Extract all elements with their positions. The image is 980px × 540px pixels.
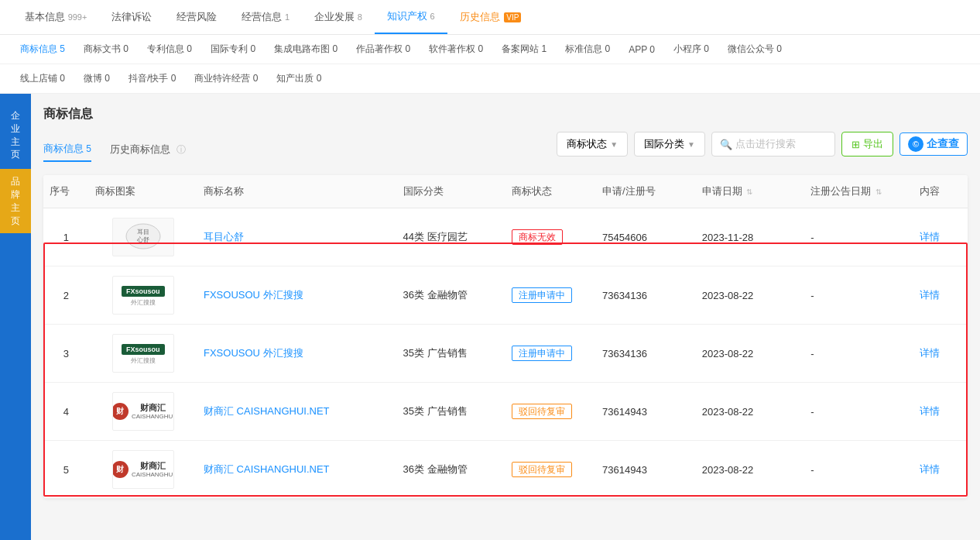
csh-icon: 财	[112, 403, 128, 420]
brand-name-link[interactable]: 耳目心舒	[204, 231, 244, 242]
row-intl-class: 35类 广告销售	[397, 383, 505, 441]
sub-nav-row1: 商标信息 5 商标文书 0 专利信息 0 国际专利 0 集成电路布图 0 作品著…	[0, 35, 980, 64]
sub-tab-trademark[interactable]: 商标信息 5	[12, 40, 73, 59]
row-detail: 详情	[913, 441, 968, 499]
ear-brand-svg: 耳目 心舒	[120, 221, 166, 252]
row-app-date: 2023-08-22	[696, 441, 804, 499]
content-tabs: 商标信息 5 历史商标信息 ⓘ	[43, 136, 204, 162]
top-nav-tab-lsxx[interactable]: 历史信息 VIP	[447, 1, 534, 33]
sub-tab-wechat[interactable]: 微信公众号 0	[720, 40, 790, 59]
svg-text:心舒: 心舒	[136, 236, 149, 243]
top-nav-tab-qyfz[interactable]: 企业发展 8	[302, 1, 375, 33]
sub-tab-intl-patent[interactable]: 国际专利 0	[203, 40, 263, 59]
sub-tab-online-store[interactable]: 线上店铺 0	[12, 69, 73, 88]
top-nav-tabs: 基本信息 999+ 法律诉讼 经营风险 经营信息 1 企业发展 8 知识产权 6…	[0, 0, 980, 35]
row-brand-img: 财 财商汇 CAISHANGHUI	[89, 383, 197, 441]
row-app-date: 2023-08-22	[696, 325, 804, 383]
sub-tab-miniprogram[interactable]: 小程序 0	[666, 40, 717, 59]
row-status: 注册申请中	[505, 267, 596, 325]
detail-link[interactable]: 详情	[920, 289, 940, 301]
top-nav-tab-jbxx[interactable]: 基本信息 999+	[12, 1, 99, 33]
table-body: 1 耳目 心舒	[43, 208, 968, 499]
row-reg-no: 73634136	[596, 267, 696, 325]
brand-name-link[interactable]: FXSOUSOU 外汇搜搜	[204, 347, 303, 359]
sub-tab-software-copyright[interactable]: 软件著作权 0	[421, 40, 491, 59]
row-brand-name: FXSOUSOU 外汇搜搜	[197, 267, 397, 325]
search-icon: 🔍	[720, 139, 732, 150]
row-app-date: 2023-08-22	[696, 267, 804, 325]
sub-tab-trademark-doc[interactable]: 商标文书 0	[76, 40, 136, 59]
tab-badge-jbxx: 999+	[68, 12, 87, 22]
row-reg-no: 75454606	[596, 208, 696, 267]
brand-name-link[interactable]: FXSOUSOU 外汇搜搜	[204, 289, 303, 301]
sub-nav-row2: 线上店铺 0 微博 0 抖音/快手 0 商业特许经营 0 知产出质 0	[0, 64, 980, 94]
table-row: 1 耳目 心舒	[43, 208, 968, 267]
sub-tab-franchise[interactable]: 商业特许经营 0	[187, 69, 266, 88]
sub-tab-copyright[interactable]: 作品著作权 0	[348, 40, 418, 59]
sidebar-item-enterprise[interactable]: 企 业 主 页	[0, 101, 31, 169]
toolbar: 商标状态 ▼ 国际分类 ▼ 🔍 点击进行搜索 ⊞ 导出 © 企查查	[557, 132, 968, 156]
sub-tab-douyin[interactable]: 抖音/快手 0	[121, 69, 183, 88]
detail-link[interactable]: 详情	[920, 347, 940, 359]
content-tab-history[interactable]: 历史商标信息 ⓘ	[110, 136, 186, 161]
sidebar-item-brand[interactable]: 品 牌 主 页	[0, 169, 31, 233]
row-seq: 5	[43, 441, 89, 499]
content-header: 商标信息 5 历史商标信息 ⓘ 商标状态 ▼ 国际分类 ▼ 🔍 点击进	[43, 132, 968, 166]
detail-link[interactable]: 详情	[920, 231, 940, 242]
th-content: 内容	[913, 175, 968, 208]
main-content: 商标信息 商标信息 5 历史商标信息 ⓘ 商标状态 ▼ 国际分类 ▼	[31, 94, 980, 540]
export-btn[interactable]: ⊞ 导出	[841, 132, 893, 156]
row-brand-img: FXsousou 外汇搜搜	[89, 267, 197, 325]
status-filter-btn[interactable]: 商标状态 ▼	[557, 132, 628, 156]
th-status: 商标状态	[505, 175, 596, 208]
table-container: 序号 商标图案 商标名称 国际分类 商标状态 申请/注册号 申请日期 ⇅ 注册公…	[43, 175, 968, 498]
row-seq: 2	[43, 267, 89, 325]
section-title: 商标信息	[43, 106, 968, 122]
info-icon: ⓘ	[176, 144, 186, 155]
row-intl-class: 36类 金融物管	[397, 267, 505, 325]
row-status: 注册申请中	[505, 325, 596, 383]
th-pub-date: 注册公告日期 ⇅	[804, 175, 913, 208]
row-reg-no: 73614943	[596, 383, 696, 441]
row-brand-img: 耳目 心舒	[89, 208, 197, 267]
row-pub-date: -	[804, 267, 913, 325]
qcc-logo-btn[interactable]: © 企查查	[899, 132, 968, 156]
detail-link[interactable]: 详情	[920, 463, 940, 475]
brand-name-link[interactable]: 财商汇 CAISHANGHUI.NET	[204, 463, 330, 475]
row-status: 驳回待复审	[505, 441, 596, 499]
row-seq: 1	[43, 208, 89, 267]
sub-tab-website[interactable]: 备案网站 1	[494, 40, 554, 59]
sub-tab-ip-pledge[interactable]: 知产出质 0	[269, 69, 329, 88]
top-nav-tab-flss[interactable]: 法律诉讼	[99, 1, 164, 33]
table-row: 2 FXsousou 外汇搜搜 FXSOUSOU 外汇搜搜	[43, 267, 968, 325]
svg-text:耳目: 耳目	[137, 229, 149, 236]
csh-icon: 财	[112, 461, 128, 478]
class-filter-btn[interactable]: 国际分类 ▼	[634, 132, 705, 156]
sub-tab-app[interactable]: APP 0	[621, 41, 663, 58]
top-nav-tab-jyfx[interactable]: 经营风险	[164, 1, 229, 33]
row-brand-img: FXsousou 外汇搜搜	[89, 325, 197, 383]
row-pub-date: -	[804, 383, 913, 441]
sub-tab-ic-layout[interactable]: 集成电路布图 0	[266, 40, 345, 59]
search-input[interactable]: 🔍 点击进行搜索	[711, 132, 835, 156]
row-seq: 3	[43, 325, 89, 383]
th-reg-no: 申请/注册号	[596, 175, 696, 208]
row-pub-date: -	[804, 325, 913, 383]
main-layout: 企 业 主 页 品 牌 主 页 商标信息 商标信息 5 历史商标信息 ⓘ	[0, 94, 980, 540]
sub-tab-patent[interactable]: 专利信息 0	[139, 40, 200, 59]
top-nav-tab-jyxx[interactable]: 经营信息 1	[229, 1, 302, 33]
sub-tab-standard[interactable]: 标准信息 0	[557, 40, 618, 59]
th-intl-class: 国际分类	[397, 175, 505, 208]
detail-link[interactable]: 详情	[920, 405, 940, 417]
sub-tab-weibo[interactable]: 微博 0	[76, 69, 118, 88]
top-nav: 基本信息 999+ 法律诉讼 经营风险 经营信息 1 企业发展 8 知识产权 6…	[0, 0, 980, 94]
table-row: 5 财 财商汇 CAISHANGHUI	[43, 441, 968, 499]
brand-name-link[interactable]: 财商汇 CAISHANGHUI.NET	[204, 405, 330, 417]
row-reg-no: 73614943	[596, 441, 696, 499]
content-tab-trademark[interactable]: 商标信息 5	[43, 136, 91, 162]
chevron-down-icon: ▼	[687, 140, 695, 149]
row-brand-name: 耳目心舒	[197, 208, 397, 267]
row-reg-no: 73634136	[596, 325, 696, 383]
th-name: 商标名称	[197, 175, 397, 208]
top-nav-tab-zscq[interactable]: 知识产权 6	[375, 0, 447, 34]
